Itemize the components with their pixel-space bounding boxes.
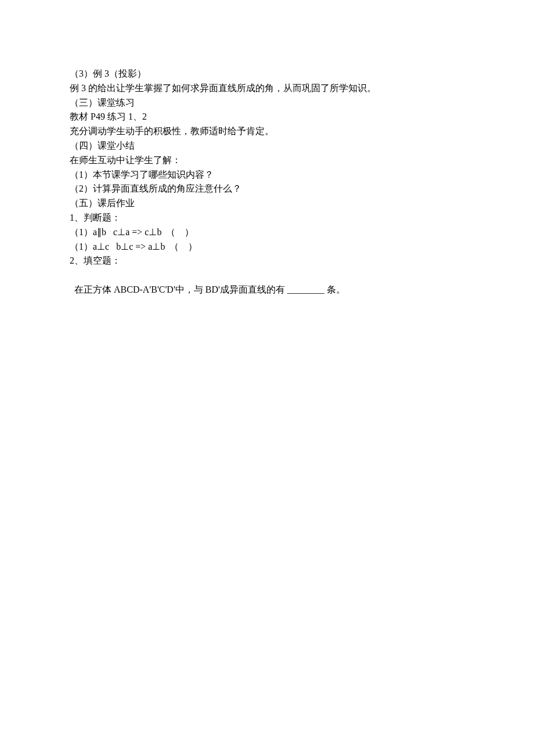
line-hw-judge-1: （1）a∥b c⊥a => c⊥b （ ） [70, 225, 464, 240]
fill-blank: ________ [287, 285, 324, 294]
line-hw-fill-1: 在正方体 ABCD-A'B'C'D'中，与 BD'成异面直线的有 _______… [70, 268, 464, 297]
line-textbook-ref: 教材 P49 练习 1、2 [70, 110, 464, 124]
line-example3-heading: （3）例 3（投影） [70, 67, 464, 81]
fill-text-after: 条。 [324, 285, 345, 294]
line-section3-heading: （三）课堂练习 [70, 96, 464, 110]
line-summary-intro: 在师生互动中让学生了解： [70, 153, 464, 168]
line-summary-q2: （2）计算异面直线所成的角应注意什么？ [70, 182, 464, 196]
line-hw-fill-heading: 2、填空题： [70, 254, 464, 268]
line-section4-heading: （四）课堂小结 [70, 139, 464, 153]
line-encourage: 充分调动学生动手的积极性，教师适时给予肯定。 [70, 124, 464, 139]
line-summary-q1: （1）本节课学习了哪些知识内容？ [70, 168, 464, 182]
line-hw-judge-heading: 1、判断题： [70, 211, 464, 225]
line-example3-desc: 例 3 的给出让学生掌握了如何求异面直线所成的角，从而巩固了所学知识。 [70, 81, 464, 96]
line-section5-heading: （五）课后作业 [70, 196, 464, 211]
line-hw-judge-2: （1）a⊥c b⊥c => a⊥b （ ） [70, 240, 464, 254]
fill-text-before: 在正方体 ABCD-A'B'C'D'中，与 BD'成异面直线的有 [74, 285, 287, 294]
